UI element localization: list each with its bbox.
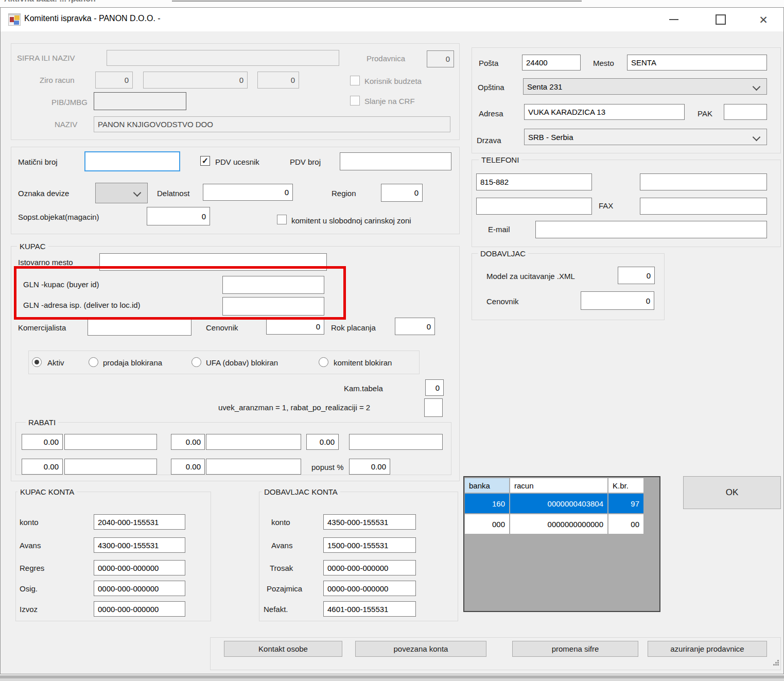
dobavljac-title: DOBAVLJAC <box>478 249 528 258</box>
kontakt-osobe-button[interactable]: Kontakt osobe <box>224 641 342 657</box>
dobavljac-konta-title: DOBAVLJAC KONTA <box>262 487 340 496</box>
email-input[interactable] <box>535 221 767 238</box>
ok-button[interactable]: OK <box>683 476 781 509</box>
maticni-broj-label: Matični broj <box>18 157 58 167</box>
drzava-label: Drzava <box>477 135 501 145</box>
korisnik-budzeta-checkbox[interactable] <box>350 76 360 85</box>
gln-highlight-annotation <box>14 266 346 320</box>
pdv-ucesnik-checkbox[interactable] <box>200 156 210 166</box>
cenovnik-label: Cenovnik <box>206 323 238 333</box>
table-row-0-racun[interactable]: 0000000403804 <box>510 494 607 513</box>
rabati-r2-desc1[interactable] <box>64 459 157 475</box>
table-row-1-racun[interactable]: 0000000000000 <box>510 514 607 534</box>
aranzman-input[interactable] <box>424 398 443 417</box>
kk-izvoz-label: Izvoz <box>20 604 38 614</box>
azuriranje-prodavnice-button[interactable]: azuriranje prodavnice <box>648 641 767 657</box>
phone3-input[interactable] <box>476 198 592 215</box>
opstina-select[interactable]: Senta 231 <box>523 78 767 95</box>
radio-prodaja-blokirana[interactable] <box>89 357 98 367</box>
kk-osig-input[interactable]: 0000-000-000000 <box>94 581 185 596</box>
ziro-racun-input-3[interactable]: 0 <box>257 72 299 89</box>
radio-komitent-blokiran[interactable] <box>319 357 328 367</box>
komercijalista-input[interactable] <box>88 318 191 336</box>
resize-grip-icon[interactable] <box>773 664 779 670</box>
dk-pozajmica-input[interactable]: 0000-000-000000 <box>323 581 416 596</box>
prodavnica-input[interactable]: 0 <box>427 50 454 67</box>
bank-accounts-table[interactable]: banka racun K.br. 160 0000000403804 97 0… <box>463 476 660 612</box>
cenovnik-input[interactable]: 0 <box>266 318 324 335</box>
table-row-1-kbr[interactable]: 00 <box>608 514 643 534</box>
rabati-r1-pct1[interactable]: 0.00 <box>22 434 63 450</box>
slanje-crf-checkbox[interactable] <box>350 96 360 106</box>
radio-ufa-blokiran-label: UFA (dobav) blokiran <box>206 358 278 368</box>
table-row-0-banka[interactable]: 160 <box>465 494 509 513</box>
rabati-r1-desc2[interactable] <box>206 434 301 450</box>
pak-input[interactable] <box>724 104 767 120</box>
sopst-objekat-input[interactable]: 0 <box>147 207 210 225</box>
dobavljac-cenovnik-input[interactable]: 0 <box>581 291 654 310</box>
rabati-r2-pct1[interactable]: 0.00 <box>22 459 63 475</box>
carinska-zona-checkbox[interactable] <box>277 215 287 224</box>
close-button[interactable] <box>755 13 772 26</box>
rabati-r1-desc3[interactable] <box>349 434 443 450</box>
adresa-input[interactable]: VUKA KARADZICA 13 <box>524 104 685 120</box>
region-label: Region <box>332 188 356 198</box>
rabati-r1-pct3[interactable]: 0.00 <box>306 434 339 450</box>
dk-konto-label: konto <box>271 517 290 527</box>
column-header-banka[interactable]: banka <box>465 478 509 493</box>
sifra-input[interactable] <box>107 50 339 66</box>
korisnik-budzeta-label: Korisnik budzeta <box>364 76 422 86</box>
table-row-0-kbr[interactable]: 97 <box>608 494 643 513</box>
ziro-racun-input-2[interactable]: 0 <box>143 72 248 89</box>
radio-aktiv[interactable] <box>32 357 42 367</box>
posta-input[interactable]: 24400 <box>522 55 581 71</box>
phone2-input[interactable] <box>640 173 767 190</box>
rabati-r2-pct2[interactable]: 0.00 <box>171 459 205 475</box>
drzava-value: SRB - Serbia <box>528 133 573 142</box>
table-row-1-banka[interactable]: 000 <box>465 514 509 534</box>
ziro-racun-input-1[interactable]: 0 <box>95 72 133 89</box>
rabati-r2-desc2[interactable] <box>206 459 301 475</box>
dk-trosak-input[interactable]: 0000-000-000000 <box>323 560 416 575</box>
dk-avans-label: Avans <box>271 540 292 550</box>
maximize-button[interactable] <box>712 13 729 26</box>
dk-konto-input[interactable]: 4350-000-155531 <box>323 514 416 530</box>
posta-label: Pošta <box>479 58 498 68</box>
mesto-input[interactable]: SENTA <box>627 55 767 71</box>
column-header-racun[interactable]: racun <box>510 478 607 493</box>
kam-tabela-input[interactable]: 0 <box>425 379 444 396</box>
promena-sifre-button[interactable]: promena sifre <box>512 641 638 657</box>
minimize-button[interactable] <box>665 13 683 26</box>
dk-avans-input[interactable]: 1500-000-155531 <box>323 537 416 553</box>
close-icon <box>759 14 768 25</box>
fax-input[interactable] <box>640 198 767 215</box>
povezana-konta-button[interactable]: povezana konta <box>355 641 486 657</box>
kk-izvoz-input[interactable]: 0000-000-000000 <box>94 601 185 617</box>
naziv-input[interactable]: PANON KNJIGOVODSTVO DOO <box>94 116 450 132</box>
radio-ufa-blokiran[interactable] <box>191 357 201 367</box>
fax-label: FAX <box>599 201 613 211</box>
rabati-r1-desc1[interactable] <box>64 434 157 450</box>
dk-pozajmica-label: Pozajmica <box>267 584 302 593</box>
dk-nefakt-input[interactable]: 4601-000-155531 <box>323 601 416 617</box>
oznaka-devize-select[interactable] <box>95 183 148 203</box>
kk-konto-input[interactable]: 2040-000-155531 <box>94 514 185 530</box>
rok-placanja-label: Rok placanja <box>331 323 376 333</box>
drzava-select[interactable]: SRB - Serbia <box>524 129 767 145</box>
radio-komitent-blokiran-label: komitent blokiran <box>334 358 392 368</box>
pib-input[interactable] <box>94 92 186 110</box>
kk-osig-label: Osig. <box>20 584 38 593</box>
kk-konto-label: konto <box>20 517 39 527</box>
maticni-broj-input[interactable] <box>84 151 180 171</box>
region-input[interactable]: 0 <box>381 184 423 202</box>
phone1-input[interactable]: 815-882 <box>476 173 592 190</box>
rabati-r1-pct2[interactable]: 0.00 <box>171 434 205 450</box>
pdv-broj-input[interactable] <box>340 152 451 170</box>
kk-regres-input[interactable]: 0000-000-000000 <box>94 560 185 575</box>
model-xml-input[interactable]: 0 <box>618 267 655 284</box>
popust-input[interactable]: 0.00 <box>349 459 390 475</box>
rok-placanja-input[interactable]: 0 <box>395 318 435 335</box>
kk-avans-input[interactable]: 4300-000-155531 <box>94 537 185 553</box>
column-header-kbr[interactable]: K.br. <box>608 478 643 493</box>
delatnost-input[interactable]: 0 <box>203 184 293 201</box>
